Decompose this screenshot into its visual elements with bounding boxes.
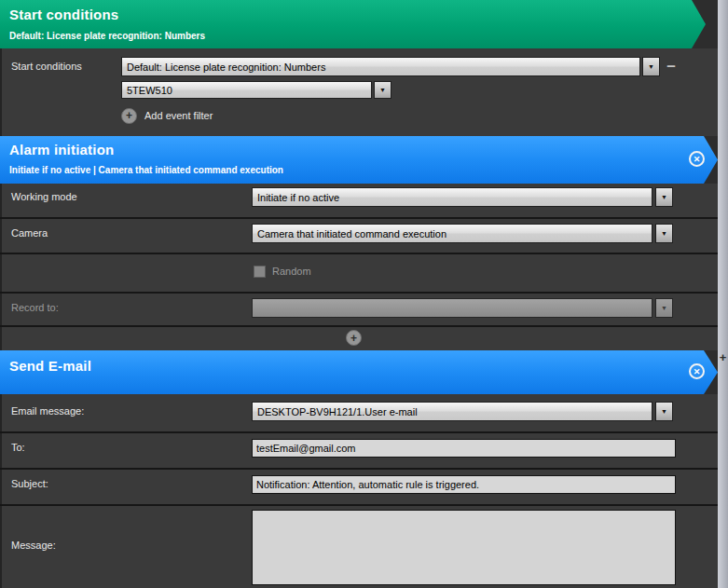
start-conditions-row-label: Start conditions [11,61,82,72]
alarm-close-button[interactable]: ✕ [689,151,705,167]
working-mode-combobox-arrow-icon[interactable]: ▼ [655,187,673,207]
record-to-label: Record to: [11,302,59,313]
section-title: Send E-mail [9,358,91,374]
camera-combobox-arrow-icon[interactable]: ▼ [655,224,673,243]
start-conditions-header[interactable]: Start conditions Default: License plate … [0,0,706,48]
row-divider [0,253,718,254]
row-divider [0,292,718,294]
record-to-combobox-arrow-icon: ▼ [655,298,673,318]
random-checkbox-label: Random [272,266,311,277]
camera-combobox[interactable]: Camera that initiated command execution [252,224,652,243]
row-divider [0,468,718,470]
row-divider [0,325,718,327]
message-label: Message: [11,540,56,551]
section-subtitle: Default: License plate recognition: Numb… [9,31,205,41]
event-type-combobox-arrow-icon[interactable]: ▼ [642,57,660,76]
message-textarea[interactable] [252,510,676,585]
add-setting-button[interactable]: + [346,330,362,346]
send-email-close-button[interactable]: ✕ [689,363,705,379]
add-event-filter-button[interactable]: + Add event filter [121,107,213,124]
record-to-combobox [252,298,652,318]
camera-label: Camera [11,227,48,239]
side-rail [718,0,728,588]
to-input[interactable] [252,439,676,458]
to-label: To: [11,442,25,453]
plate-number-combobox-arrow-icon[interactable]: ▼ [374,81,391,99]
section-title: Alarm initiation [9,142,114,157]
send-email-header[interactable]: Send E-mail [0,350,718,394]
remove-condition-button[interactable]: – [663,57,680,75]
row-divider [0,431,718,433]
section-title: Start conditions [9,7,118,22]
subject-input[interactable] [252,475,676,494]
plate-number-combobox[interactable]: 5TEW510 [121,81,372,99]
event-type-combobox[interactable]: Default: License plate recognition: Numb… [121,57,640,76]
email-message-label: Email message: [11,405,84,417]
email-message-combobox-arrow-icon[interactable]: ▼ [655,402,673,421]
working-mode-combobox[interactable]: Initiate if no active [252,187,652,207]
working-mode-label: Working mode [11,191,77,202]
add-event-filter-label: Add event filter [144,110,213,121]
panel-left-edge [0,0,2,588]
row-divider [0,217,718,219]
add-panel-button[interactable]: + [718,350,728,364]
row-divider [0,504,718,506]
automation-rule-panel: Start conditions Default: License plate … [0,0,728,588]
random-checkbox [254,266,266,278]
subject-label: Subject: [11,478,48,489]
alarm-initiation-header[interactable]: Alarm initiation Initiate if no active |… [0,136,718,184]
section-subtitle: Initiate if no active | Camera that init… [9,165,283,175]
plus-icon: + [121,108,137,124]
email-message-combobox[interactable]: DESKTOP-BV9H121/1.User e-mail [252,402,652,421]
